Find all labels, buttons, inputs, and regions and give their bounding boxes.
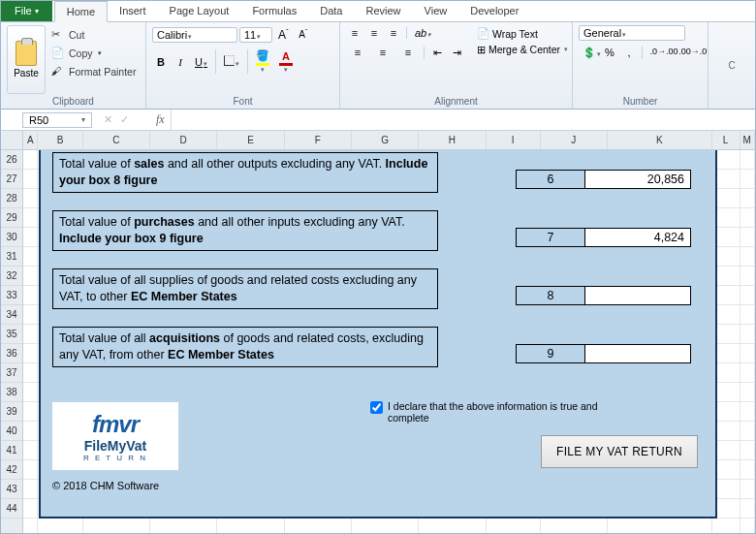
bold-button[interactable]: B	[152, 54, 170, 70]
merge-center-button[interactable]: ⊞Merge & Center	[477, 44, 568, 55]
col-header[interactable]: L	[712, 131, 740, 149]
align-middle-button[interactable]: ≡	[365, 25, 383, 41]
row-header[interactable]: 36	[1, 344, 22, 363]
row-header[interactable]: 33	[1, 286, 22, 305]
row-header[interactable]: 39	[1, 402, 22, 422]
tab-file[interactable]: File	[1, 0, 52, 21]
box8-number: 8	[516, 286, 585, 305]
tab-developer[interactable]: Developer	[458, 0, 530, 21]
col-header[interactable]: C	[83, 131, 150, 149]
column-headers: ABCDEFGHIJKLM	[23, 131, 755, 150]
select-all-corner[interactable]	[1, 131, 22, 150]
col-header[interactable]: B	[38, 131, 82, 149]
logo-l3: R E T U R N	[83, 454, 147, 462]
wrap-icon: 📄	[477, 27, 489, 40]
font-name-select[interactable]: Calibri	[152, 27, 237, 43]
group-number: General 💲 % , .0→.00 .00→.0 Number	[573, 22, 709, 109]
row-header[interactable]: 37	[1, 363, 22, 383]
row-header[interactable]: 26	[1, 150, 22, 170]
box6-value[interactable]: 20,856	[584, 170, 691, 189]
col-header[interactable]: F	[285, 131, 352, 149]
ribbon-tabs: File Home Insert Page Layout Formulas Da…	[1, 1, 755, 22]
box7-value[interactable]: 4,824	[584, 228, 691, 247]
comma-button[interactable]: ,	[620, 45, 638, 61]
row-headers: 26272829303132333435363738394041424344	[1, 131, 23, 533]
declare-label: I declare that the above information is …	[388, 400, 642, 424]
shrink-font-button[interactable]: Aˇ	[295, 26, 312, 42]
row-header[interactable]: 38	[1, 383, 22, 402]
group-label-font: Font	[152, 94, 333, 107]
group-label-clipboard: Clipboard	[7, 94, 140, 107]
align-right-button[interactable]: ≡	[396, 45, 420, 61]
italic-button[interactable]: I	[172, 54, 189, 70]
box9-value[interactable]	[584, 344, 691, 363]
border-button[interactable]	[220, 53, 243, 70]
cut-button[interactable]: ✂Cut	[49, 27, 138, 43]
row-header[interactable]: 27	[1, 170, 22, 189]
col-header[interactable]: J	[541, 131, 608, 149]
currency-button[interactable]: 💲	[579, 45, 599, 61]
wrap-text-button[interactable]: 📄Wrap Text	[477, 27, 568, 40]
tab-view[interactable]: View	[413, 0, 459, 21]
row-header[interactable]: 43	[1, 480, 22, 499]
declare-checkbox[interactable]	[370, 401, 383, 414]
decrease-decimal-button[interactable]: .00→.0	[675, 45, 702, 61]
name-box[interactable]: R50	[22, 112, 92, 128]
row-header[interactable]: 41	[1, 441, 22, 460]
align-center-button[interactable]: ≡	[371, 45, 394, 61]
increase-decimal-button[interactable]: .0→.00	[646, 45, 674, 61]
align-bottom-button[interactable]: ≡	[385, 25, 402, 41]
file-vat-return-button[interactable]: FILE MY VAT RETURN	[541, 435, 698, 468]
row-header[interactable]: 32	[1, 267, 22, 286]
orientation-button[interactable]: ab	[411, 25, 435, 41]
col-header[interactable]: G	[352, 131, 419, 149]
row-header[interactable]: 35	[1, 325, 22, 344]
underline-button[interactable]: U	[191, 54, 211, 70]
decrease-indent-button[interactable]: ⇤	[428, 45, 446, 61]
font-color-button[interactable]: A	[275, 48, 297, 76]
align-top-button[interactable]: ≡	[346, 25, 363, 41]
tab-formulas[interactable]: Formulas	[240, 0, 308, 21]
tab-home[interactable]: Home	[54, 1, 108, 22]
scissors-icon: ✂	[51, 28, 65, 42]
percent-button[interactable]: %	[601, 45, 618, 61]
fill-color-button[interactable]: 🪣	[252, 47, 273, 76]
group-more: C	[709, 22, 755, 109]
formula-bar: R50 ✕ ✓ fx	[1, 110, 755, 131]
formula-input[interactable]	[171, 110, 755, 130]
align-left-button[interactable]: ≡	[346, 45, 369, 61]
box8-description: Total value of all supplies of goods and…	[52, 268, 438, 309]
col-header[interactable]: E	[217, 131, 284, 149]
copy-button[interactable]: 📄Copy▾	[49, 46, 138, 61]
paste-button[interactable]: Paste	[7, 25, 46, 94]
group-font: Calibri 11 Aˆ Aˇ B I U 🪣 A Font	[146, 22, 340, 109]
box9-number: 9	[516, 344, 585, 363]
row-header[interactable]: 44	[1, 499, 22, 518]
row-header[interactable]: 29	[1, 208, 22, 228]
col-header[interactable]: M	[740, 131, 755, 149]
box8-value[interactable]	[584, 286, 691, 305]
tab-data[interactable]: Data	[308, 0, 354, 21]
col-header[interactable]: H	[419, 131, 486, 149]
row-header[interactable]: 30	[1, 228, 22, 247]
box6-number: 6	[516, 170, 585, 189]
number-format-select[interactable]: General	[579, 25, 685, 41]
row-header[interactable]: 34	[1, 305, 22, 325]
row-header[interactable]: 28	[1, 189, 22, 208]
tab-review[interactable]: Review	[354, 0, 412, 21]
col-header[interactable]: I	[487, 131, 541, 149]
row-header[interactable]: 31	[1, 247, 22, 267]
tab-insert[interactable]: Insert	[108, 0, 158, 21]
format-painter-button[interactable]: 🖌Format Painter	[49, 64, 138, 79]
increase-indent-button[interactable]: ⇥	[448, 45, 465, 61]
col-header[interactable]: K	[608, 131, 712, 149]
row-header[interactable]: 42	[1, 460, 22, 480]
row-header[interactable]: 40	[1, 422, 22, 441]
bucket-icon: 🪣	[256, 49, 269, 62]
fx-icon[interactable]: fx	[156, 112, 165, 127]
col-header[interactable]: A	[23, 131, 38, 149]
font-size-select[interactable]: 11	[239, 27, 272, 43]
grow-font-button[interactable]: Aˆ	[274, 25, 293, 44]
tab-page-layout[interactable]: Page Layout	[158, 0, 241, 21]
col-header[interactable]: D	[150, 131, 217, 149]
